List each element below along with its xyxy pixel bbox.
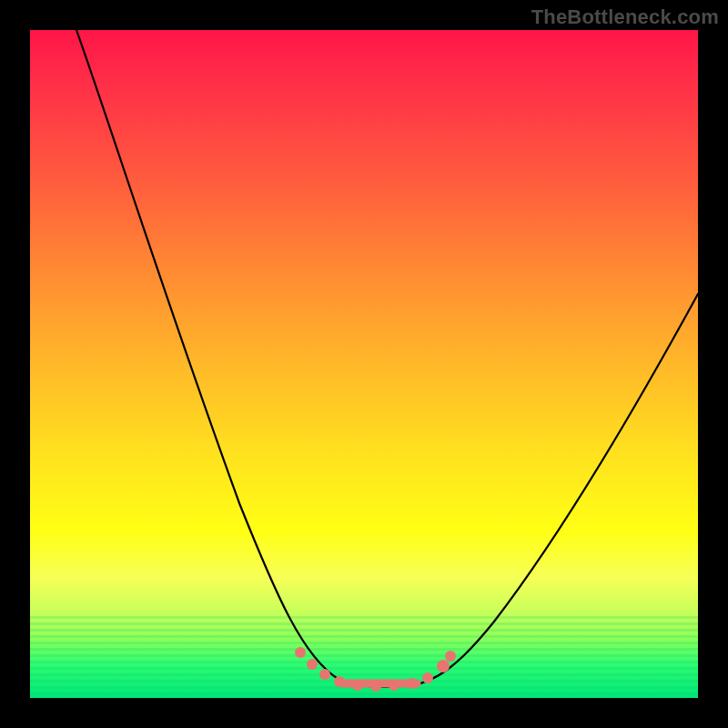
- marker-dot: [334, 676, 345, 687]
- bottleneck-curve: [76, 30, 698, 687]
- chart-frame: TheBottleneck.com: [0, 0, 728, 728]
- marker-dot: [422, 672, 433, 683]
- marker-dot: [445, 651, 456, 662]
- plot-area: [30, 30, 698, 698]
- marker-dot: [352, 680, 363, 691]
- marker-dot: [437, 660, 450, 672]
- bottom-green-bands: [30, 616, 698, 698]
- marker-dot: [370, 681, 381, 692]
- marker-dot: [295, 647, 306, 658]
- marker-dot: [407, 678, 418, 689]
- watermark-text: TheBottleneck.com: [531, 5, 719, 29]
- curve-svg: [30, 30, 698, 698]
- marker-dot: [389, 680, 399, 691]
- marker-dot: [319, 669, 330, 680]
- marker-dot: [307, 659, 318, 670]
